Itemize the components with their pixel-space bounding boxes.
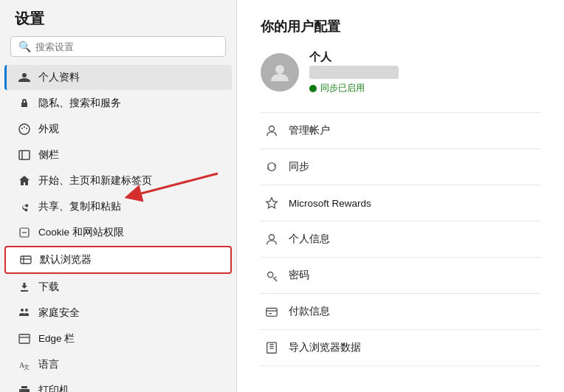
menu-item-label: 同步: [289, 160, 309, 173]
sidebar-item-label: 共享、复制和粘贴: [38, 200, 121, 213]
svg-point-1: [21, 128, 23, 129]
menu-item-label: Microsoft Rewards: [289, 198, 371, 209]
sidebar-item-appearance[interactable]: 外观: [4, 117, 232, 142]
menu-item-personal-info[interactable]: 个人信息: [261, 221, 540, 258]
menu-list: 管理帐户 同步 Microsoft Rewards 个人信息: [261, 112, 540, 366]
menu-item-label: 付款信息: [289, 305, 330, 318]
menu-item-label: 密码: [289, 269, 309, 282]
svg-rect-4: [19, 151, 30, 159]
download-icon: [18, 281, 31, 294]
import-icon: [264, 340, 280, 356]
person-icon: [18, 71, 31, 84]
search-icon: 🔍: [18, 41, 31, 52]
sync-dot: [309, 85, 317, 92]
sidebar-item-share[interactable]: 共享、复制和粘贴: [4, 194, 232, 219]
sidebar-item-downloads[interactable]: 下载: [4, 275, 232, 300]
svg-point-26: [268, 272, 273, 278]
menu-item-password[interactable]: 密码: [261, 258, 540, 294]
family-icon: [18, 306, 31, 320]
sidebar-item-label: 侧栏: [38, 148, 59, 162]
sidebar-item-sidebar[interactable]: 侧栏: [4, 142, 232, 168]
profile-info: 个人 同步已启用: [309, 50, 399, 94]
key-icon: [264, 267, 280, 283]
main-content: 你的用户配置 个人 同步已启用: [237, 0, 564, 392]
svg-rect-8: [21, 256, 31, 264]
sidebar-item-label: 下载: [38, 281, 59, 294]
svg-text:文: 文: [24, 364, 30, 371]
sidebar-item-language[interactable]: A文 语言: [4, 352, 232, 377]
profile-email: [309, 66, 399, 79]
lock-icon: [18, 97, 31, 110]
search-box[interactable]: 🔍: [10, 36, 226, 57]
menu-item-label: 管理帐户: [289, 124, 330, 137]
avatar-icon: [268, 61, 292, 84]
palette-icon: [18, 123, 31, 136]
svg-point-22: [269, 126, 274, 131]
sidebar-item-label: Cookie 和网站权限: [38, 226, 124, 239]
sidebar-item-start[interactable]: 开始、主页和新建标签页: [4, 168, 232, 193]
sidebar-item-label: 默认浏览器: [40, 253, 92, 267]
sidebar-item-profile[interactable]: 个人资料: [4, 65, 232, 90]
sidebar-item-label: Edge 栏: [38, 332, 75, 345]
sidebar-nav: 个人资料 隐私、搜索和服务 外观 侧栏: [0, 64, 236, 392]
sidebar-item-label: 外观: [38, 123, 59, 136]
sidebar-item-printer[interactable]: 打印机: [4, 378, 232, 392]
sidebar-item-label: 打印机: [38, 384, 69, 392]
sidebar-item-label: 开始、主页和新建标签页: [38, 174, 152, 188]
rewards-icon: [264, 195, 280, 211]
edge-icon: [18, 332, 31, 345]
printer-icon: [18, 384, 31, 392]
section-title: 你的用户配置: [261, 18, 540, 35]
menu-item-label: 个人信息: [289, 233, 330, 246]
sidebar-item-label: 隐私、搜索和服务: [38, 97, 121, 110]
sync-status: 同步已启用: [309, 82, 399, 94]
menu-item-label: 导入浏览器数据: [289, 341, 361, 354]
sidebar-item-edge-bar[interactable]: Edge 栏: [4, 326, 232, 351]
svg-point-2: [24, 126, 25, 128]
home-icon: [18, 174, 31, 188]
sidebar-item-label: 语言: [38, 358, 59, 371]
svg-point-12: [25, 309, 28, 312]
sync-icon: [264, 159, 280, 175]
browser-icon: [19, 253, 32, 267]
account-icon: [264, 123, 280, 139]
svg-rect-27: [266, 309, 277, 317]
avatar: [261, 53, 299, 92]
svg-point-11: [21, 309, 24, 312]
personal-info-icon: [264, 231, 280, 247]
svg-point-24: [269, 235, 274, 240]
svg-point-3: [26, 128, 27, 129]
menu-item-payment[interactable]: 付款信息: [261, 294, 540, 330]
svg-point-21: [275, 65, 284, 74]
svg-point-0: [19, 124, 30, 134]
sidebar-item-label: 个人资料: [38, 71, 80, 84]
search-input[interactable]: [35, 41, 218, 52]
sidebar-item-cookies[interactable]: Cookie 和网站权限: [4, 220, 232, 245]
sidebar: 设置 🔍 个人资料 隐私、搜索和服务: [0, 0, 236, 392]
menu-item-import[interactable]: 导入浏览器数据: [261, 330, 540, 366]
cookie-icon: [18, 226, 31, 239]
page-title: 设置: [0, 6, 236, 36]
sidebar-item-default-browser[interactable]: 默认浏览器: [4, 246, 232, 274]
menu-item-rewards[interactable]: Microsoft Rewards: [261, 185, 540, 221]
svg-marker-23: [266, 198, 277, 208]
payment-icon: [264, 303, 280, 320]
menu-item-sync[interactable]: 同步: [261, 149, 540, 185]
sync-label: 同步已启用: [320, 82, 365, 94]
menu-item-manage-account[interactable]: 管理帐户: [261, 113, 540, 149]
sidebar-icon: [18, 148, 31, 162]
sidebar-item-privacy[interactable]: 隐私、搜索和服务: [4, 91, 232, 116]
profile-card: 个人 同步已启用: [261, 50, 540, 94]
share-icon: [18, 200, 31, 213]
sidebar-item-family[interactable]: 家庭安全: [4, 300, 232, 326]
svg-rect-13: [19, 334, 30, 343]
profile-name: 个人: [309, 50, 399, 64]
sidebar-item-label: 家庭安全: [38, 306, 80, 320]
language-icon: A文: [18, 358, 31, 371]
